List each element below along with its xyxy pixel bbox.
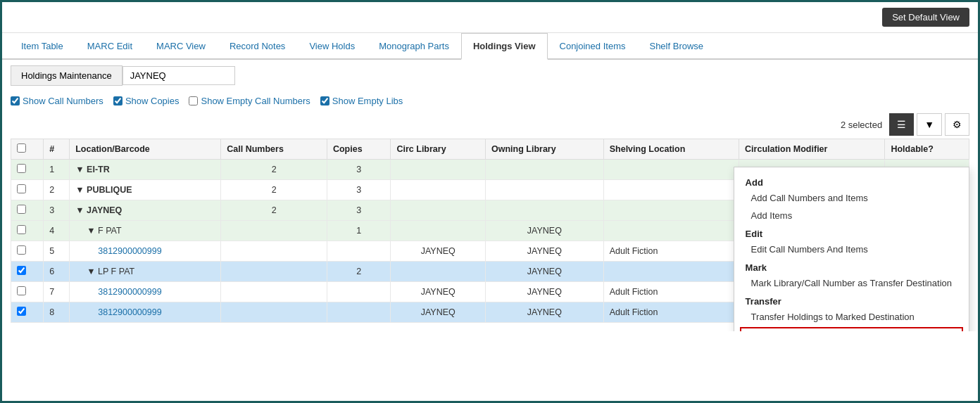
row-shelving-location [603, 200, 739, 221]
row-copies: 3 [327, 180, 391, 200]
row-location: ▼ LP F PAT [70, 262, 221, 282]
row-checkbox[interactable] [17, 164, 26, 173]
row-location: ▼ JAYNEQ [70, 200, 221, 221]
row-checkbox[interactable] [17, 205, 26, 214]
tab-holdings-view[interactable]: Holdings View [461, 33, 548, 60]
tab-marc-view[interactable]: MARC View [144, 33, 218, 58]
add-call-numbers-item[interactable]: Add Call Numbers and Items [734, 189, 969, 207]
row-number: 1 [44, 160, 70, 180]
row-circ-library [391, 160, 486, 180]
col-call-numbers: Call Numbers [221, 139, 327, 160]
toolbar-row: 2 selected ☰ ▼ ⚙ [2, 110, 978, 139]
row-circ-library: JAYNEQ [391, 282, 486, 302]
row-checkbox[interactable] [17, 184, 26, 193]
show-empty-libs-label: Show Empty Libs [332, 96, 403, 106]
show-empty-libs-checkbox[interactable] [320, 96, 329, 105]
row-call-numbers: 2 [221, 180, 327, 200]
row-owning-library [485, 160, 603, 180]
row-checkbox-cell [11, 241, 44, 262]
show-empty-libs-filter[interactable]: Show Empty Libs [320, 96, 403, 106]
transfer-holdings-item[interactable]: Transfer Holdings to Marked Destination [734, 308, 969, 326]
row-owning-library: JAYNEQ [485, 241, 603, 262]
row-shelving-location: Adult Fiction [603, 282, 739, 302]
row-number: 3 [44, 200, 70, 221]
show-copies-checkbox[interactable] [113, 96, 122, 105]
show-copies-filter[interactable]: Show Copies [113, 96, 180, 106]
row-location: ▼ F PAT [70, 221, 221, 241]
tab-record-notes[interactable]: Record Notes [218, 33, 297, 58]
col-modifier: Circulation Modifier [739, 139, 885, 160]
dropdown-arrow-button[interactable]: ▼ [917, 113, 942, 136]
row-circ-library: JAYNEQ [391, 302, 486, 323]
row-circ-library [391, 262, 486, 282]
add-section-header: Add [734, 173, 969, 189]
tab-view-holds[interactable]: View Holds [297, 33, 367, 58]
row-location: 3812900000999 [70, 241, 221, 262]
row-checkbox-cell [11, 180, 44, 200]
select-all-checkbox[interactable] [17, 143, 26, 153]
row-owning-library [485, 200, 603, 221]
show-call-numbers-checkbox[interactable] [11, 96, 20, 105]
row-call-numbers: 2 [221, 160, 327, 180]
holdings-bar: Holdings Maintenance [2, 60, 978, 91]
set-default-button[interactable]: Set Default View [882, 8, 969, 27]
edit-call-numbers-item[interactable]: Edit Call Numbers And Items [734, 241, 969, 258]
row-owning-library: JAYNEQ [485, 302, 603, 323]
add-items-item[interactable]: Add Items [734, 207, 969, 224]
row-owning-library: JAYNEQ [485, 262, 603, 282]
row-circ-library: JAYNEQ [391, 241, 486, 262]
transfer-section-header: Transfer [734, 292, 969, 308]
actions-menu-button[interactable]: ☰ [889, 113, 914, 136]
row-circ-library [391, 221, 486, 241]
settings-button[interactable]: ⚙ [945, 113, 969, 136]
tab-monograph-parts[interactable]: Monograph Parts [367, 33, 461, 58]
tab-item-table[interactable]: Item Table [9, 33, 75, 58]
col-circ-library: Circ Library [391, 139, 486, 160]
transfer-items-item[interactable]: Transfer Items to Marked Destination [740, 327, 963, 331]
row-checkbox-cell [11, 221, 44, 241]
col-checkbox [11, 139, 44, 160]
row-owning-library: JAYNEQ [485, 282, 603, 302]
row-location: ▼ EI-TR [70, 160, 221, 180]
row-location: 3812900000999 [70, 302, 221, 323]
row-number: 8 [44, 302, 70, 323]
row-shelving-location [603, 180, 739, 200]
row-location: 3812900000999 [70, 282, 221, 302]
show-call-numbers-label: Show Call Numbers [23, 96, 103, 106]
row-shelving-location: Adult Fiction [603, 241, 739, 262]
row-owning-library [485, 180, 603, 200]
row-checkbox-cell [11, 262, 44, 282]
show-empty-call-numbers-checkbox[interactable] [189, 96, 198, 105]
mark-library-item[interactable]: Mark Library/Call Number as Transfer Des… [734, 274, 969, 292]
row-number: 2 [44, 180, 70, 200]
show-empty-call-numbers-filter[interactable]: Show Empty Call Numbers [189, 96, 310, 106]
row-call-numbers [221, 241, 327, 262]
row-number: 6 [44, 262, 70, 282]
col-num: # [44, 139, 70, 160]
tab-conjoined-items[interactable]: Conjoined Items [548, 33, 638, 58]
row-call-numbers [221, 282, 327, 302]
row-checkbox-cell [11, 302, 44, 323]
row-checkbox-cell [11, 282, 44, 302]
row-checkbox[interactable] [17, 225, 26, 234]
show-call-numbers-filter[interactable]: Show Call Numbers [11, 96, 103, 106]
tab-marc-edit[interactable]: MARC Edit [75, 33, 144, 58]
row-checkbox[interactable] [17, 266, 26, 275]
row-copies: 1 [327, 221, 391, 241]
row-call-numbers [221, 221, 327, 241]
row-checkbox[interactable] [17, 245, 26, 255]
row-number: 4 [44, 221, 70, 241]
row-number: 5 [44, 241, 70, 262]
col-shelving: Shelving Location [603, 139, 739, 160]
holdings-input[interactable] [122, 66, 235, 85]
tab-shelf-browse[interactable]: Shelf Browse [637, 33, 715, 58]
show-copies-label: Show Copies [125, 96, 180, 106]
row-copies [327, 241, 391, 262]
row-number: 7 [44, 282, 70, 302]
selected-count: 2 selected [841, 120, 882, 130]
col-copies: Copies [327, 139, 391, 160]
row-checkbox[interactable] [17, 307, 26, 316]
holdings-maintenance-button[interactable]: Holdings Maintenance [11, 65, 122, 86]
row-owning-library: JAYNEQ [485, 221, 603, 241]
row-checkbox[interactable] [17, 286, 26, 295]
